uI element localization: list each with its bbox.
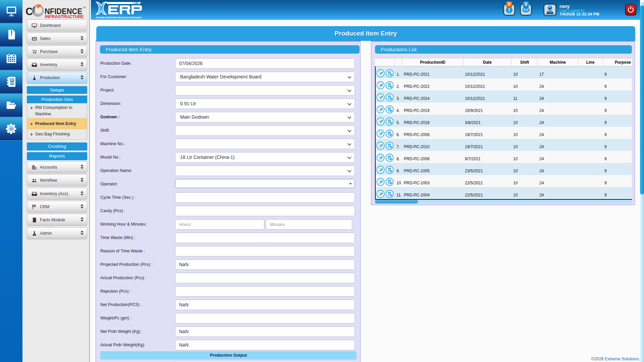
svg-text:INFRASTRUCTURE: INFRASTRUCTURE [45, 14, 84, 18]
svg-text:12345: 12345 [33, 39, 35, 40]
svg-text:EXTREME ENTERPRISE RESOURCES P: EXTREME ENTERPRISE RESOURCES PROCESSING [96, 16, 142, 19]
svg-text:TM: TM [83, 6, 86, 9]
